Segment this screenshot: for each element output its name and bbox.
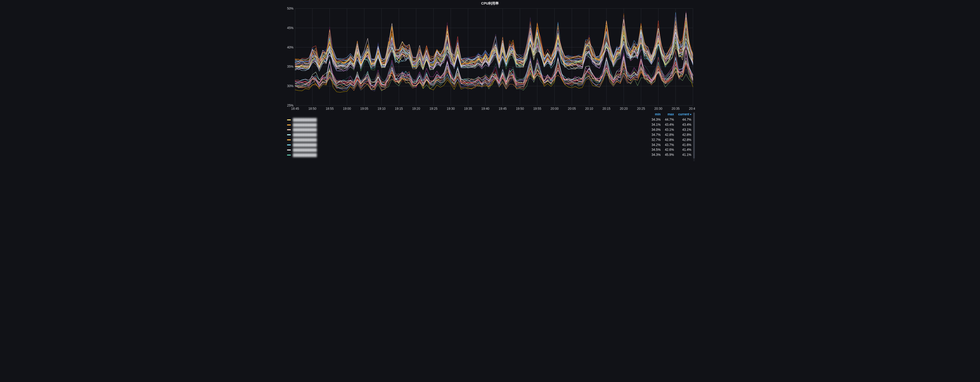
legend-row[interactable]: ██████████34.2%43.7%41.6% bbox=[285, 142, 694, 147]
legend-series-name: ██████████ bbox=[293, 138, 317, 142]
legend-min: 34.1% bbox=[649, 122, 663, 127]
legend-max: 44.7% bbox=[663, 117, 676, 122]
legend-series-name-cell[interactable]: ██████████ bbox=[285, 117, 649, 122]
legend-row[interactable]: ██████████34.5%42.6%41.4% bbox=[285, 147, 694, 152]
legend-series-name: ██████████ bbox=[293, 118, 317, 122]
x-tick-label: 20:25 bbox=[637, 107, 645, 111]
legend-max: 43.7% bbox=[663, 142, 676, 147]
legend-max: 42.8% bbox=[663, 137, 676, 142]
legend-min: 34.5% bbox=[649, 147, 663, 152]
legend-min: 34.3% bbox=[649, 152, 663, 158]
x-tick-label: 19:45 bbox=[498, 107, 506, 111]
legend-header-name bbox=[285, 112, 649, 117]
legend-min: 34.7% bbox=[649, 132, 663, 137]
legend-current: 43.4% bbox=[676, 122, 694, 127]
x-tick-label: 20:40 bbox=[689, 107, 695, 111]
legend-current: 44.7% bbox=[676, 117, 694, 122]
series-group bbox=[295, 11, 693, 92]
legend-swatch bbox=[287, 119, 291, 120]
legend-header-row: min max current▾ bbox=[285, 112, 694, 117]
legend-current: 43.1% bbox=[676, 127, 694, 132]
x-tick-label: 20:20 bbox=[620, 107, 628, 111]
x-tick-label: 18:45 bbox=[291, 107, 299, 111]
legend-row[interactable]: ██████████34.3%44.7%44.7% bbox=[285, 117, 694, 122]
legend-min: 34.0% bbox=[649, 127, 663, 132]
x-tick-label: 19:05 bbox=[360, 107, 368, 111]
legend-series-name: ██████████ bbox=[293, 123, 317, 127]
panel-title[interactable]: CPU利用率 bbox=[283, 0, 697, 6]
legend-current: 41.6% bbox=[676, 142, 694, 147]
y-tick-label: 35% bbox=[287, 65, 293, 68]
x-tick-label: 19:15 bbox=[395, 107, 403, 111]
legend-series-name-cell[interactable]: ██████████ bbox=[285, 152, 649, 158]
legend-current: 41.4% bbox=[676, 147, 694, 152]
x-tick-label: 20:05 bbox=[568, 107, 576, 111]
legend-row[interactable]: ██████████34.7%42.8%42.8% bbox=[285, 132, 694, 137]
legend-swatch bbox=[287, 150, 291, 151]
timeseries-chart[interactable]: 25%30%35%40%45%50%18:4518:5018:5519:0019… bbox=[285, 7, 695, 112]
x-tick-label: 18:55 bbox=[326, 107, 334, 111]
legend-series-name-cell[interactable]: ██████████ bbox=[285, 137, 649, 142]
x-tick-label: 20:15 bbox=[602, 107, 610, 111]
legend-row[interactable]: ██████████34.3%45.9%41.1% bbox=[285, 152, 694, 158]
legend-swatch bbox=[287, 154, 291, 156]
legend-min: 34.3% bbox=[649, 117, 663, 122]
legend-header-current-label: current bbox=[678, 112, 689, 116]
legend-max: 42.8% bbox=[663, 132, 676, 137]
y-tick-label: 40% bbox=[287, 46, 293, 49]
legend-max: 43.1% bbox=[663, 127, 676, 132]
x-tick-label: 19:20 bbox=[412, 107, 420, 111]
legend-max: 42.6% bbox=[663, 147, 676, 152]
legend-series-name-cell[interactable]: ██████████ bbox=[285, 132, 649, 137]
legend-series-name-cell[interactable]: ██████████ bbox=[285, 142, 649, 147]
x-tick-label: 19:10 bbox=[378, 107, 386, 111]
legend-series-name: ██████████ bbox=[293, 148, 317, 152]
legend-row[interactable]: ██████████34.0%43.1%43.1% bbox=[285, 127, 694, 132]
legend-swatch bbox=[287, 134, 291, 135]
legend-max: 45.9% bbox=[663, 152, 676, 158]
legend-series-name-cell[interactable]: ██████████ bbox=[285, 122, 649, 127]
legend-header-min[interactable]: min bbox=[649, 112, 663, 117]
x-tick-label: 19:00 bbox=[343, 107, 351, 111]
legend-current: 42.8% bbox=[676, 137, 694, 142]
chart-panel: CPU利用率 25%30%35%40%45%50%18:4518:5018:55… bbox=[283, 0, 697, 162]
legend-series-name: ██████████ bbox=[293, 143, 317, 147]
sort-caret-icon: ▾ bbox=[690, 113, 691, 116]
legend-swatch bbox=[287, 124, 291, 126]
y-tick-label: 45% bbox=[287, 26, 293, 30]
legend-series-name-cell[interactable]: ██████████ bbox=[285, 127, 649, 132]
legend-swatch bbox=[287, 129, 291, 130]
legend-series-name: ██████████ bbox=[293, 133, 317, 137]
legend-row[interactable]: ██████████34.1%43.4%43.4% bbox=[285, 122, 694, 127]
x-tick-label: 19:55 bbox=[533, 107, 541, 111]
x-tick-label: 19:50 bbox=[516, 107, 524, 111]
legend-current: 42.8% bbox=[676, 132, 694, 137]
x-tick-label: 19:25 bbox=[430, 107, 438, 111]
legend-swatch bbox=[287, 144, 291, 145]
legend-min: 32.7% bbox=[649, 137, 663, 142]
y-tick-label: 50% bbox=[287, 7, 293, 10]
legend-series-name-cell[interactable]: ██████████ bbox=[285, 147, 649, 152]
x-tick-label: 20:30 bbox=[654, 107, 662, 111]
y-tick-label: 30% bbox=[287, 84, 293, 88]
x-tick-label: 19:35 bbox=[464, 107, 472, 111]
legend-area[interactable]: min max current▾ ██████████34.3%44.7%44.… bbox=[285, 112, 695, 162]
legend-scrollbar-thumb[interactable] bbox=[693, 112, 695, 159]
legend-header-max[interactable]: max bbox=[663, 112, 676, 117]
x-tick-label: 20:00 bbox=[550, 107, 558, 111]
legend-table: min max current▾ ██████████34.3%44.7%44.… bbox=[285, 112, 694, 158]
legend-series-name: ██████████ bbox=[293, 153, 317, 157]
legend-scrollbar[interactable] bbox=[693, 112, 695, 161]
legend-max: 43.4% bbox=[663, 122, 676, 127]
legend-min: 34.2% bbox=[649, 142, 663, 147]
legend-row[interactable]: ██████████32.7%42.8%42.8% bbox=[285, 137, 694, 142]
legend-current: 41.1% bbox=[676, 152, 694, 158]
chart-area[interactable]: 25%30%35%40%45%50%18:4518:5018:5519:0019… bbox=[285, 7, 695, 112]
x-tick-label: 19:30 bbox=[447, 107, 455, 111]
legend-swatch bbox=[287, 139, 291, 140]
x-tick-label: 19:40 bbox=[482, 107, 490, 111]
x-tick-label: 20:35 bbox=[671, 107, 679, 111]
x-tick-label: 20:10 bbox=[585, 107, 593, 111]
legend-header-current[interactable]: current▾ bbox=[676, 112, 694, 117]
x-tick-label: 18:50 bbox=[309, 107, 317, 111]
